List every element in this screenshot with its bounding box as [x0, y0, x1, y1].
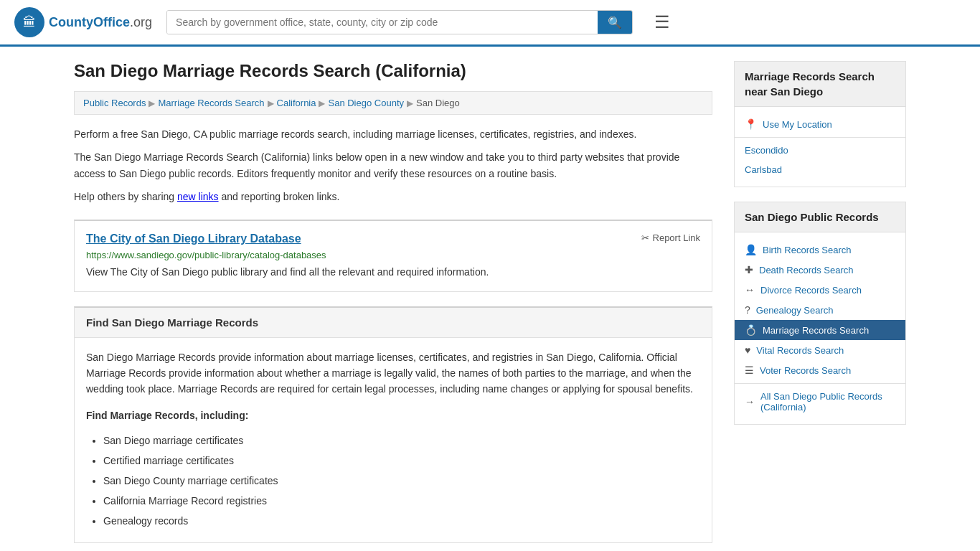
marriage-records-link[interactable]: 💍 Marriage Records Search	[735, 320, 905, 340]
sidebar-public-records-box: San Diego Public Records 👤 Birth Records…	[734, 202, 906, 425]
breadcrumb: Public Records ▶ Marriage Records Search…	[74, 91, 712, 115]
find-section-title: Find San Diego Marriage Records	[75, 308, 712, 338]
find-section-subheading: Find Marriage Records, including:	[86, 408, 700, 423]
search-button[interactable]: 🔍	[598, 11, 632, 34]
breadcrumb-california[interactable]: California	[277, 98, 316, 108]
arrows-icon: ↔	[745, 284, 755, 296]
list-icon: ☰	[745, 364, 754, 376]
divorce-records-link[interactable]: ↔ Divorce Records Search	[735, 280, 905, 300]
person-icon: 👤	[745, 244, 757, 255]
resource-url[interactable]: https://www.sandiego.gov/public-library/…	[86, 250, 700, 260]
carlsbad-link[interactable]: Carlsbad	[735, 160, 905, 179]
use-my-location-link[interactable]: 📍 Use My Location	[735, 114, 905, 134]
birth-records-link[interactable]: 👤 Birth Records Search	[735, 240, 905, 260]
list-item: San Diego marriage certificates	[103, 430, 700, 451]
logo-text: CountyOffice.org	[49, 15, 152, 30]
main-container: San Diego Marriage Records Search (Calif…	[60, 47, 920, 551]
page-title: San Diego Marriage Records Search (Calif…	[74, 61, 712, 81]
find-section-paragraph: San Diego Marriage Records provide infor…	[86, 349, 700, 397]
resource-card-header: The City of San Diego Library Database ✂…	[86, 232, 700, 245]
sidebar: Marriage Records Searchnear San Diego 📍 …	[734, 61, 906, 543]
location-pin-icon: 📍	[745, 118, 757, 130]
escondido-link[interactable]: Escondido	[735, 141, 905, 160]
list-item: Certified marriage certificates	[103, 451, 700, 471]
resource-card: The City of San Diego Library Database ✂…	[74, 220, 712, 292]
logo-icon: 🏛	[14, 7, 44, 37]
sidebar-nearby-body: 📍 Use My Location Escondido Carlsbad	[735, 107, 905, 187]
list-item: Genealogy records	[103, 511, 700, 531]
breadcrumb-public-records[interactable]: Public Records	[83, 98, 146, 108]
question-icon: ?	[745, 304, 750, 316]
resource-desc: View The City of San Diego public librar…	[86, 265, 700, 280]
list-item: California Marriage Record registries	[103, 491, 700, 511]
sidebar-nearby-title: Marriage Records Searchnear San Diego	[735, 62, 905, 107]
list-item: San Diego County marriage certificates	[103, 471, 700, 491]
scissors-icon: ✂	[641, 232, 649, 243]
breadcrumb-san-diego-county[interactable]: San Diego County	[328, 98, 404, 108]
intro-paragraph-2: The San Diego Marriage Records Search (C…	[74, 149, 712, 182]
find-section-list: San Diego marriage certificates Certifie…	[86, 430, 700, 531]
content-area: San Diego Marriage Records Search (Calif…	[74, 61, 712, 543]
voter-records-link[interactable]: ☰ Voter Records Search	[735, 360, 905, 380]
new-links-link[interactable]: new links	[177, 191, 219, 202]
arrow-icon: →	[745, 396, 755, 408]
search-bar: 🔍	[166, 10, 633, 34]
resource-title[interactable]: The City of San Diego Library Database	[86, 232, 301, 245]
vital-records-link[interactable]: ♥ Vital Records Search	[735, 340, 905, 360]
report-link-button[interactable]: ✂ Report Link	[641, 232, 700, 243]
intro-paragraph-3: Help others by sharing new links and rep…	[74, 189, 712, 204]
site-header: 🏛 CountyOffice.org 🔍 ☰	[0, 0, 980, 47]
breadcrumb-san-diego: San Diego	[416, 98, 460, 108]
all-records-link[interactable]: → All San Diego Public Records (Californ…	[735, 387, 905, 417]
menu-icon[interactable]: ☰	[654, 12, 670, 32]
find-section-body: San Diego Marriage Records provide infor…	[75, 338, 712, 543]
rings-icon: 💍	[745, 324, 757, 336]
divider	[735, 137, 905, 138]
genealogy-search-link[interactable]: ? Genealogy Search	[735, 300, 905, 320]
intro-paragraph-1: Perform a free San Diego, CA public marr…	[74, 126, 712, 142]
breadcrumb-marriage-records-search[interactable]: Marriage Records Search	[158, 98, 264, 108]
find-section: Find San Diego Marriage Records San Dieg…	[74, 306, 712, 544]
search-input[interactable]	[167, 11, 598, 34]
death-records-link[interactable]: ✚ Death Records Search	[735, 260, 905, 280]
sidebar-public-records-title: San Diego Public Records	[735, 202, 905, 232]
logo-link[interactable]: 🏛 CountyOffice.org	[14, 7, 152, 37]
heart-icon: ♥	[745, 344, 750, 356]
sidebar-nearby-box: Marriage Records Searchnear San Diego 📍 …	[734, 61, 906, 187]
cross-icon: ✚	[745, 264, 753, 276]
divider	[735, 383, 905, 384]
sidebar-public-records-body: 👤 Birth Records Search ✚ Death Records S…	[735, 232, 905, 424]
